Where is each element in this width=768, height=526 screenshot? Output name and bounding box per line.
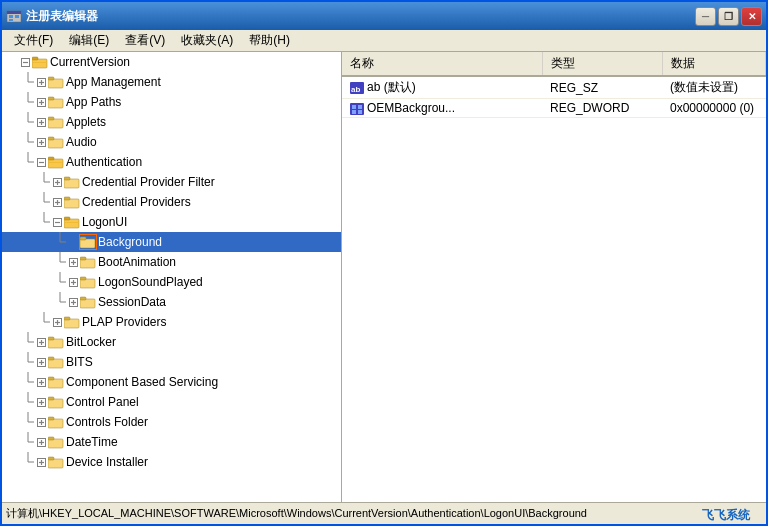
detail-table-header: 名称 类型 数据: [342, 52, 766, 76]
tree-node-device-installer[interactable]: Device Installer: [2, 452, 341, 472]
tree-node-authentication[interactable]: Authentication: [2, 152, 341, 172]
expand-icon[interactable]: [34, 355, 48, 369]
tree-node-logonui[interactable]: LogonUI: [2, 212, 341, 232]
tree-connector: [22, 452, 34, 472]
expand-icon[interactable]: [34, 155, 48, 169]
folder-icon: [48, 375, 64, 389]
svg-rect-8: [32, 57, 38, 60]
svg-rect-151: [358, 105, 362, 109]
tree-node-audio[interactable]: Audio: [2, 132, 341, 152]
expand-icon[interactable]: [34, 135, 48, 149]
detail-table: 名称 类型 数据 abab (默认)REG_SZ(数值未设置)OEMBackgr…: [342, 52, 766, 118]
restore-button[interactable]: ❐: [718, 7, 739, 26]
tree-node-bitlocker[interactable]: BitLocker: [2, 332, 341, 352]
tree-connector: [22, 132, 34, 152]
tree-node-credential-provider-filter[interactable]: Credential Provider Filter: [2, 172, 341, 192]
tree-node-bootanimation[interactable]: BootAnimation: [2, 252, 341, 272]
svg-rect-118: [48, 377, 54, 380]
tree-node-current-version[interactable]: CurrentVersion: [2, 52, 341, 72]
svg-rect-76: [80, 257, 86, 260]
table-row[interactable]: abab (默认)REG_SZ(数值未设置): [342, 76, 766, 99]
main-content: CurrentVersion App Management App Paths …: [2, 52, 766, 502]
svg-rect-90: [80, 297, 86, 300]
folder-icon: [64, 315, 80, 329]
tree-node-background[interactable]: Background: [2, 232, 341, 252]
svg-rect-97: [64, 317, 70, 320]
svg-rect-7: [32, 59, 47, 68]
col-data: 数据: [662, 52, 766, 76]
expand-icon[interactable]: [34, 375, 48, 389]
minimize-button[interactable]: ─: [695, 7, 716, 26]
menu-item-e[interactable]: 编辑(E): [61, 30, 117, 51]
expand-icon[interactable]: [34, 95, 48, 109]
menu-item-a[interactable]: 收藏夹(A): [173, 30, 241, 51]
svg-rect-152: [352, 110, 356, 114]
node-label: LogonUI: [82, 212, 127, 232]
tree-connector: [54, 292, 66, 312]
tree-node-sessiondata[interactable]: SessionData: [2, 292, 341, 312]
tree-node-applets[interactable]: Applets: [2, 112, 341, 132]
close-button[interactable]: ✕: [741, 7, 762, 26]
expand-icon[interactable]: [50, 215, 64, 229]
expand-icon[interactable]: [66, 295, 80, 309]
tree-connector: [38, 212, 50, 232]
svg-rect-57: [64, 199, 79, 208]
expand-icon[interactable]: [66, 235, 80, 249]
expand-icon[interactable]: [34, 435, 48, 449]
node-label: Credential Provider Filter: [82, 172, 215, 192]
detail-pane[interactable]: 名称 类型 数据 abab (默认)REG_SZ(数值未设置)OEMBackgr…: [342, 52, 766, 502]
expand-icon[interactable]: [34, 395, 48, 409]
node-label: BITS: [66, 352, 93, 372]
title-bar-left: 注册表编辑器: [6, 8, 98, 25]
folder-icon: [48, 155, 64, 169]
tree-pane[interactable]: CurrentVersion App Management App Paths …: [2, 52, 342, 502]
expand-icon[interactable]: [34, 415, 48, 429]
expand-icon[interactable]: [34, 115, 48, 129]
col-type: 类型: [542, 52, 662, 76]
tree-node-app-paths[interactable]: App Paths: [2, 92, 341, 112]
folder-icon: [48, 135, 64, 149]
expand-icon[interactable]: [34, 75, 48, 89]
svg-rect-30: [48, 117, 54, 120]
tree-node-credential-providers[interactable]: Credential Providers: [2, 192, 341, 212]
node-label: LogonSoundPlayed: [98, 272, 203, 292]
node-label: BootAnimation: [98, 252, 176, 272]
expand-icon[interactable]: [50, 315, 64, 329]
node-label: Credential Providers: [82, 192, 191, 212]
expand-icon[interactable]: [18, 55, 32, 69]
tree-node-controls-folder[interactable]: Controls Folder: [2, 412, 341, 432]
menu-item-v[interactable]: 查看(V): [117, 30, 173, 51]
table-row[interactable]: OEMBackgrou...REG_DWORD0x00000000 (0): [342, 99, 766, 118]
tree-node-component-based-servicing[interactable]: Component Based Servicing: [2, 372, 341, 392]
expand-icon[interactable]: [34, 455, 48, 469]
expand-icon[interactable]: [66, 255, 80, 269]
folder-icon: [48, 75, 64, 89]
tree-node-logonsoundplayed[interactable]: LogonSoundPlayed: [2, 272, 341, 292]
svg-rect-69: [80, 237, 86, 240]
folder-icon: [48, 395, 64, 409]
expand-icon[interactable]: [50, 195, 64, 209]
folder-icon: [48, 435, 64, 449]
node-label: Background: [98, 232, 162, 252]
row-name: abab (默认): [342, 76, 542, 99]
tree-node-app-management[interactable]: App Management: [2, 72, 341, 92]
row-type: REG_DWORD: [542, 99, 662, 118]
tree-node-control-panel[interactable]: Control Panel: [2, 392, 341, 412]
svg-rect-64: [64, 217, 70, 220]
node-label: SessionData: [98, 292, 166, 312]
tree-node-datetime[interactable]: DateTime: [2, 432, 341, 452]
expand-icon[interactable]: [34, 335, 48, 349]
svg-rect-132: [48, 417, 54, 420]
node-label: Audio: [66, 132, 97, 152]
expand-icon[interactable]: [50, 175, 64, 189]
expand-icon[interactable]: [66, 275, 80, 289]
node-label: Applets: [66, 112, 106, 132]
svg-rect-22: [48, 99, 63, 108]
tree-node-plap-providers[interactable]: PLAP Providers: [2, 312, 341, 332]
main-window: 注册表编辑器 ─ ❐ ✕ 文件(F)编辑(E)查看(V)收藏夹(A)帮助(H) …: [0, 0, 768, 526]
node-label: BitLocker: [66, 332, 116, 352]
tree-node-bits[interactable]: BITS: [2, 352, 341, 372]
menu-item-h[interactable]: 帮助(H): [241, 30, 298, 51]
svg-rect-75: [80, 259, 95, 268]
menu-item-f[interactable]: 文件(F): [6, 30, 61, 51]
